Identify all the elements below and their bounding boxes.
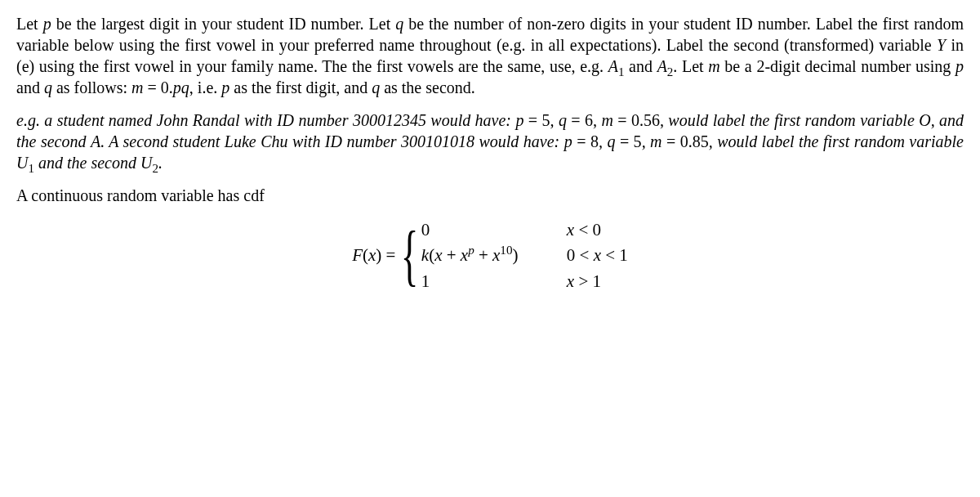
case-condition: x > 1 bbox=[567, 269, 628, 294]
case-condition: x < 0 bbox=[567, 217, 628, 243]
equation-cases: 0 x < 0 k(x + xp + x10) 0 < x < 1 1 x > … bbox=[421, 217, 628, 294]
case-expression: k(x + xp + x10) bbox=[421, 243, 567, 268]
case-row: k(x + xp + x10) 0 < x < 1 bbox=[421, 243, 628, 268]
lead-sentence: A continuous random variable has cdf bbox=[16, 185, 964, 206]
case-condition: 0 < x < 1 bbox=[567, 243, 628, 268]
case-row: 1 x > 1 bbox=[421, 269, 628, 294]
case-row: 0 x < 0 bbox=[421, 217, 628, 243]
equation-lhs: F(x) = bbox=[352, 244, 395, 266]
intro-paragraph: Let p be the largest digit in your stude… bbox=[16, 13, 964, 98]
left-brace-icon: { bbox=[401, 226, 419, 286]
case-expression: 1 bbox=[421, 269, 567, 294]
example-paragraph: e.g. a student named John Randal with ID… bbox=[16, 110, 964, 173]
cdf-equation: F(x) = { 0 x < 0 k(x + xp + x10) 0 < x <… bbox=[16, 217, 964, 294]
case-expression: 0 bbox=[421, 217, 567, 243]
